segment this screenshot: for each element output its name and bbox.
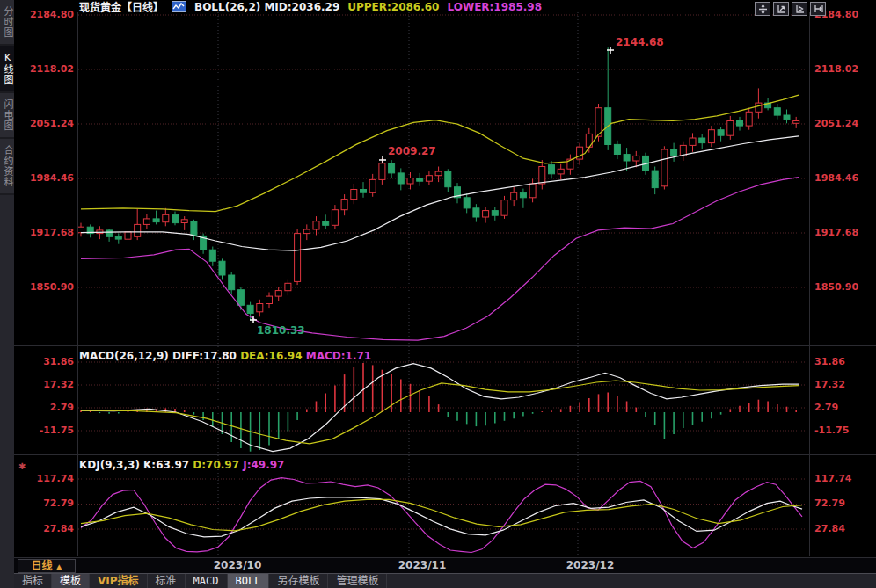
y-axis-label: 1984.46 bbox=[14, 172, 74, 185]
chart-tool-buttons bbox=[755, 2, 826, 16]
toolbar-item-templates[interactable]: 模板 bbox=[52, 574, 90, 588]
period-selector-button[interactable]: 日线 ▲ bbox=[18, 559, 76, 573]
toolbar-item-boll[interactable]: BOLL bbox=[228, 574, 270, 588]
y-axis-label: 31.86 bbox=[814, 356, 874, 368]
macd-macd-value: MACD:1.71 bbox=[306, 350, 371, 362]
x-tick-2023-10: 2023/10 bbox=[211, 559, 264, 571]
period-label: 日线 bbox=[31, 560, 52, 572]
macd-diff-value: MACD(26,12,9) DIFF:17.80 bbox=[79, 350, 237, 362]
symbol-title: 现货黄金【日线】 bbox=[79, 0, 164, 14]
toolbar-item-indicators[interactable]: 指标 bbox=[14, 574, 52, 588]
boll-upper-value: UPPER:2086.60 bbox=[347, 1, 439, 13]
y-axis-label: 117.74 bbox=[14, 473, 74, 485]
trading-app-window: 分时图 K线图 闪电图 合约资料 现货黄金【日线】 BOLL(26,2) MID… bbox=[0, 0, 876, 588]
axis-scale-button[interactable] bbox=[773, 2, 789, 16]
y-axis-label: 2118.02 bbox=[14, 63, 74, 76]
pan-icon bbox=[758, 1, 768, 18]
y-axis-label: 31.86 bbox=[14, 356, 74, 368]
toolbar-item-manage-templates[interactable]: 管理模板 bbox=[328, 574, 387, 588]
chevron-up-icon: ▲ bbox=[56, 563, 62, 571]
chart-header: 现货黄金【日线】 BOLL(26,2) MID:2036.29 UPPER:20… bbox=[79, 1, 542, 12]
kdj-pane-header: KDJ(9,3,3) K:63.97 D:70.97 J:49.97 bbox=[79, 459, 284, 471]
toolbar-item-vip-indicators[interactable]: VIP指标 bbox=[90, 574, 148, 588]
chart-canvas[interactable] bbox=[0, 0, 876, 588]
kdj-j-value: J:49.97 bbox=[243, 459, 284, 471]
chart-type-sidebar: 分时图 K线图 闪电图 合约资料 bbox=[0, 0, 14, 588]
y-axis-label: 1850.90 bbox=[14, 281, 74, 294]
y-axis-label: 2.79 bbox=[14, 402, 74, 414]
macd-dea-value: DEA:16.94 bbox=[240, 350, 302, 362]
shift-right-icon bbox=[814, 1, 823, 18]
sidebar-item-kline-chart[interactable]: K线图 bbox=[0, 46, 14, 93]
x-axis-row: 日线 ▲ 2023/10 2023/11 2023/12 bbox=[14, 557, 876, 573]
y-axis-label: 117.74 bbox=[814, 473, 874, 485]
kdj-settings-icon[interactable]: ✱ bbox=[18, 462, 26, 471]
toolbar-item-standard[interactable]: 标准 bbox=[148, 574, 186, 588]
toolbar-item-save-template[interactable]: 另存模板 bbox=[269, 574, 328, 588]
boll-lower-value: LOWER:1985.98 bbox=[447, 1, 542, 13]
y-axis-label: 17.32 bbox=[14, 379, 74, 391]
sidebar-item-time-chart[interactable]: 分时图 bbox=[0, 0, 14, 46]
y-axis-label: -11.75 bbox=[14, 425, 74, 437]
y-axis-label: 27.84 bbox=[14, 523, 74, 535]
y-axis-label: 17.32 bbox=[814, 379, 874, 391]
macd-pane-header: MACD(26,12,9) DIFF:17.80 DEA:16.94 MACD:… bbox=[79, 350, 371, 362]
x-tick-2023-12: 2023/12 bbox=[564, 559, 617, 571]
playback-icon bbox=[795, 1, 805, 18]
indicator-toolbar: 指标 模板 VIP指标 标准 MACD BOLL 另存模板 管理模板 bbox=[14, 573, 876, 588]
y-axis-label: 27.84 bbox=[814, 523, 874, 535]
y-axis-label: 2.79 bbox=[814, 402, 874, 414]
y-axis-label: 2051.24 bbox=[14, 118, 74, 130]
sidebar-item-contract-info[interactable]: 合约资料 bbox=[0, 139, 14, 195]
kdj-d-value: D:70.97 bbox=[193, 459, 239, 471]
y-axis-label: -11.75 bbox=[814, 425, 874, 437]
y-axis-label: 72.79 bbox=[14, 497, 74, 510]
y-axis-label: 2118.02 bbox=[814, 63, 874, 76]
pan-button[interactable] bbox=[755, 2, 770, 16]
price-annotation: 1810.33 bbox=[257, 324, 305, 337]
playback-button[interactable] bbox=[792, 2, 807, 16]
sidebar-item-lightning-chart[interactable]: 闪电图 bbox=[0, 93, 14, 139]
y-axis-label: 1850.90 bbox=[814, 281, 874, 294]
toolbar-item-macd[interactable]: MACD bbox=[186, 574, 228, 588]
price-annotation: 2144.68 bbox=[616, 36, 664, 48]
kdj-k-value: KDJ(9,3,3) K:63.97 bbox=[79, 459, 189, 471]
axis-scale-icon bbox=[777, 1, 786, 18]
y-axis-label: 72.79 bbox=[814, 497, 874, 510]
boll-mid-value: BOLL(26,2) MID:2036.29 bbox=[194, 1, 339, 13]
y-axis-label: 1984.46 bbox=[814, 172, 874, 185]
y-axis-label: 2051.24 bbox=[814, 118, 874, 130]
kline-chart-icon bbox=[172, 1, 186, 12]
shift-right-button[interactable] bbox=[810, 2, 826, 16]
x-tick-2023-11: 2023/11 bbox=[396, 559, 449, 571]
price-annotation: 2009.27 bbox=[388, 145, 436, 157]
y-axis-label: 1917.68 bbox=[14, 227, 74, 239]
y-axis-label: 2184.80 bbox=[14, 9, 74, 21]
y-axis-label: 1917.68 bbox=[814, 227, 874, 239]
